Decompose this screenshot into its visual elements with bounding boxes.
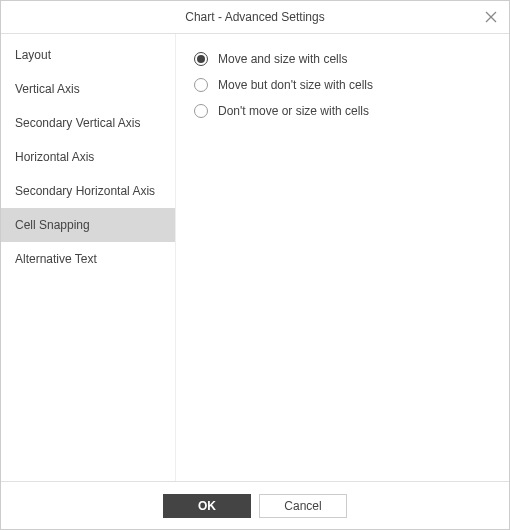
sidebar-item-alternative-text[interactable]: Alternative Text xyxy=(1,242,175,276)
dialog-header: Chart - Advanced Settings xyxy=(1,1,509,34)
sidebar-item-label: Layout xyxy=(15,48,51,62)
sidebar-item-secondary-horizontal-axis[interactable]: Secondary Horizontal Axis xyxy=(1,174,175,208)
dialog-body: Layout Vertical Axis Secondary Vertical … xyxy=(1,34,509,481)
button-label: OK xyxy=(198,499,216,513)
sidebar-item-vertical-axis[interactable]: Vertical Axis xyxy=(1,72,175,106)
radio-label: Don't move or size with cells xyxy=(218,104,369,118)
sidebar-item-label: Cell Snapping xyxy=(15,218,90,232)
radio-icon xyxy=(194,78,208,92)
cancel-button[interactable]: Cancel xyxy=(259,494,347,518)
radio-label: Move and size with cells xyxy=(218,52,347,66)
radio-no-move-no-size[interactable]: Don't move or size with cells xyxy=(194,98,491,124)
dialog: Chart - Advanced Settings Layout Vertica… xyxy=(0,0,510,530)
radio-move-no-size[interactable]: Move but don't size with cells xyxy=(194,72,491,98)
sidebar-item-label: Vertical Axis xyxy=(15,82,80,96)
ok-button[interactable]: OK xyxy=(163,494,251,518)
dialog-title: Chart - Advanced Settings xyxy=(185,10,324,24)
radio-label: Move but don't size with cells xyxy=(218,78,373,92)
sidebar-item-layout[interactable]: Layout xyxy=(1,38,175,72)
radio-icon xyxy=(194,52,208,66)
sidebar-item-label: Alternative Text xyxy=(15,252,97,266)
radio-move-and-size[interactable]: Move and size with cells xyxy=(194,46,491,72)
close-icon xyxy=(485,11,497,23)
sidebar-item-cell-snapping[interactable]: Cell Snapping xyxy=(1,208,175,242)
sidebar-item-label: Horizontal Axis xyxy=(15,150,94,164)
sidebar-item-label: Secondary Vertical Axis xyxy=(15,116,140,130)
button-label: Cancel xyxy=(284,499,321,513)
radio-icon xyxy=(194,104,208,118)
dialog-footer: OK Cancel xyxy=(1,481,509,529)
sidebar-item-horizontal-axis[interactable]: Horizontal Axis xyxy=(1,140,175,174)
sidebar-item-secondary-vertical-axis[interactable]: Secondary Vertical Axis xyxy=(1,106,175,140)
content-pane: Move and size with cells Move but don't … xyxy=(176,34,509,481)
sidebar-item-label: Secondary Horizontal Axis xyxy=(15,184,155,198)
close-button[interactable] xyxy=(481,7,501,27)
sidebar: Layout Vertical Axis Secondary Vertical … xyxy=(1,34,176,481)
